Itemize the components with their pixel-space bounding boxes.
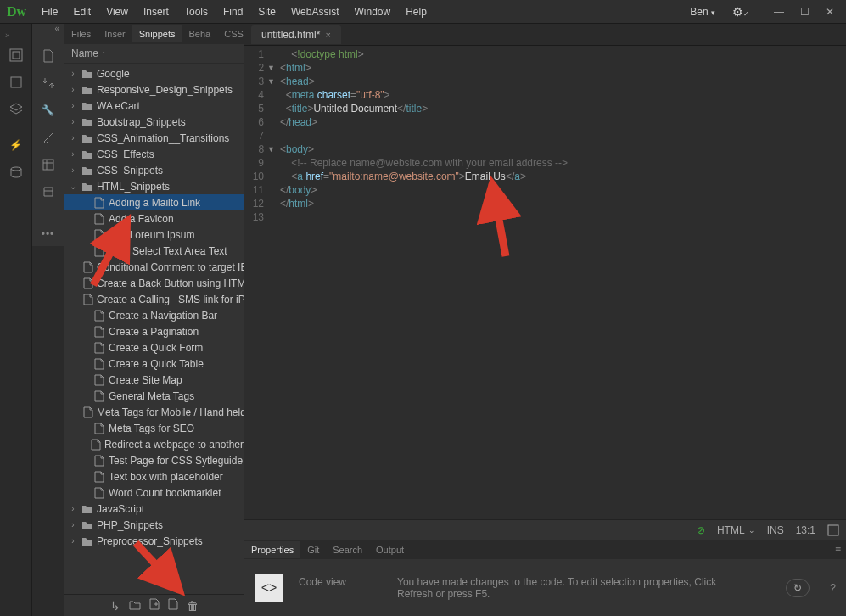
snippet-tree: ›Google›Responsive_Design_Snippets›WA eC…	[64, 64, 244, 594]
folder-item[interactable]: ›Responsive_Design_Snippets	[64, 81, 244, 98]
menu-tools[interactable]: Tools	[177, 3, 215, 21]
edit-snippet-icon[interactable]	[168, 598, 178, 613]
tree-label: Conditional Comment to target IE	[97, 261, 244, 273]
tool-navigator-icon[interactable]	[36, 153, 60, 176]
props-tab-properties[interactable]: Properties	[244, 541, 300, 558]
rail-layers-icon[interactable]	[4, 98, 28, 121]
folder-item[interactable]: ›WA eCart	[64, 98, 244, 114]
snippet-item[interactable]: Create a Quick Table	[64, 356, 244, 372]
expand-icon[interactable]: ›	[68, 69, 78, 78]
folder-item-open[interactable]: ⌄HTML_Snippets	[64, 178, 244, 194]
expand-icon[interactable]: ›	[68, 520, 78, 529]
panel-column-header[interactable]: Name↑	[64, 44, 244, 64]
snippet-item[interactable]: Create Site Map	[64, 372, 244, 388]
expand-icon[interactable]: ›	[68, 165, 78, 175]
snippet-item[interactable]: Word Count bookmarklet	[64, 484, 244, 501]
menu-webassist[interactable]: WebAssist	[284, 3, 345, 21]
code-content[interactable]: <!doctype html><html><head> <meta charse…	[280, 46, 568, 519]
tool-wrench-icon[interactable]: 🔧	[36, 98, 60, 122]
expand-icon[interactable]: ›	[68, 133, 78, 143]
snippet-item[interactable]: Create a Quick Form	[64, 339, 244, 356]
rail-databases-icon[interactable]	[4, 160, 28, 184]
expand-icon[interactable]: ›	[68, 117, 78, 126]
close-button[interactable]: ✕	[821, 4, 839, 20]
rail-insert-icon[interactable]	[4, 70, 28, 94]
snippet-item[interactable]: Create a Pagination	[64, 323, 244, 339]
snippet-item[interactable]: Create a Back Button using HTML	[64, 275, 244, 291]
snippet-item[interactable]: Meta Tags for Mobile / Hand held	[64, 404, 244, 420]
folder-item[interactable]: ›CSS_Snippets	[64, 162, 244, 178]
props-tab-git[interactable]: Git	[300, 541, 326, 558]
expand-icon[interactable]: ⌄	[68, 182, 78, 191]
folder-item[interactable]: ›CSS_Effects	[64, 146, 244, 162]
new-snippet-icon[interactable]	[149, 598, 160, 613]
minimize-button[interactable]: —	[770, 4, 788, 20]
expand-icon[interactable]: ›	[68, 536, 78, 546]
snippets-panel: FilesInserSnippetsBehaCSS≡ Name↑ ›Google…	[64, 24, 244, 616]
expand-icon[interactable]: ›	[68, 85, 78, 94]
settings-gear-icon[interactable]: ⚙✓	[732, 5, 749, 19]
tree-label: Preprocessor_Snippets	[97, 535, 203, 547]
rail-extract-icon[interactable]	[4, 43, 28, 67]
snippet-item[interactable]: Create a Navigation Bar	[64, 307, 244, 323]
new-folder-icon[interactable]	[129, 599, 141, 613]
menu-insert[interactable]: Insert	[137, 3, 176, 21]
folder-icon	[81, 132, 93, 144]
snippet-item[interactable]: Text box with placeholder	[64, 468, 244, 484]
folder-item[interactable]: ›Preprocessor_Snippets	[64, 533, 244, 549]
folder-item[interactable]: ›Google	[64, 65, 244, 81]
user-menu[interactable]: Ben ▾	[683, 3, 722, 21]
menu-find[interactable]: Find	[216, 3, 249, 21]
maximize-button[interactable]: ☐	[795, 4, 814, 20]
snippet-item[interactable]: Conditional Comment to target IE	[64, 259, 244, 275]
snippet-item[interactable]: Create a Calling _SMS link for iPhone	[64, 291, 244, 307]
close-tab-icon[interactable]: ×	[325, 30, 330, 40]
panel-tab-inser[interactable]: Inser	[98, 25, 132, 42]
props-tab-output[interactable]: Output	[369, 541, 411, 558]
refresh-button[interactable]: ↻	[786, 579, 810, 597]
snippet-item[interactable]: Auto Select Text Area Text	[64, 243, 244, 259]
folder-item[interactable]: ›JavaScript	[64, 501, 244, 517]
snippet-item[interactable]: Add Loreum Ipsum	[64, 227, 244, 243]
folder-item[interactable]: ›Bootstrap_Snippets	[64, 114, 244, 130]
code-editor[interactable]: 12▼3▼45678▼910111213 <!doctype html><htm…	[244, 46, 846, 519]
props-tab-search[interactable]: Search	[326, 541, 369, 558]
tool-arrows-icon[interactable]	[36, 71, 60, 95]
tool-snippet-icon[interactable]	[36, 180, 60, 204]
expand-icon[interactable]: ›	[68, 101, 78, 110]
snippet-item[interactable]: Add a Favicon	[64, 210, 244, 227]
document-tabs: untitled.html* ×	[244, 24, 846, 46]
delete-icon[interactable]: 🗑	[187, 599, 199, 613]
status-language[interactable]: HTML ⌄	[717, 524, 755, 536]
snippet-item[interactable]: General Meta Tags	[64, 388, 244, 404]
panel-tab-files[interactable]: Files	[64, 25, 98, 42]
tool-brush-icon[interactable]	[36, 126, 60, 149]
snippet-item[interactable]: Test Page for CSS Sytleguide	[64, 452, 244, 468]
folder-item[interactable]: ›PHP_Snippets	[64, 517, 244, 533]
menu-file[interactable]: File	[35, 3, 64, 21]
insert-snippet-icon[interactable]: ↳	[110, 599, 120, 613]
menu-site[interactable]: Site	[251, 3, 283, 21]
menu-edit[interactable]: Edit	[66, 3, 98, 21]
folder-item[interactable]: ›CSS_Animation__Transitions	[64, 130, 244, 146]
status-insert-mode[interactable]: INS	[767, 524, 784, 536]
properties-help-icon[interactable]: ?	[830, 582, 836, 594]
panel-tab-snippets[interactable]: Snippets	[132, 25, 182, 42]
menu-window[interactable]: Window	[347, 3, 397, 21]
expand-icon[interactable]: ›	[68, 504, 78, 513]
menu-help[interactable]: Help	[399, 3, 434, 21]
rail-collapse-icon[interactable]: »	[0, 31, 10, 40]
snippet-item[interactable]: Meta Tags for SEO	[64, 420, 244, 436]
document-tab[interactable]: untitled.html* ×	[251, 25, 341, 44]
expand-icon[interactable]: ›	[68, 149, 78, 159]
menu-view[interactable]: View	[99, 3, 135, 21]
props-menu-icon[interactable]: ≡	[830, 540, 846, 559]
panel-tab-beha[interactable]: Beha	[182, 25, 218, 42]
snippet-item[interactable]: Redirect a webpage to another	[64, 436, 244, 452]
tool-more-icon[interactable]: •••	[36, 222, 60, 246]
status-fullscreen-icon[interactable]	[827, 524, 839, 536]
snippet-item[interactable]: Adding a Mailto Link	[64, 194, 244, 210]
rail-behaviors-icon[interactable]: ⚡	[4, 133, 28, 157]
tool-file-icon[interactable]	[36, 44, 60, 68]
panel-collapse-icon[interactable]: «	[32, 24, 64, 37]
